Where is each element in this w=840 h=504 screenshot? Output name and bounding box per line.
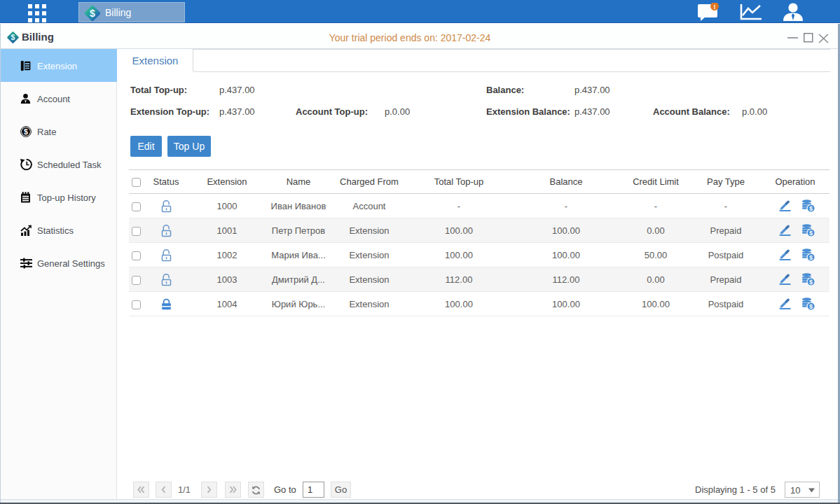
svg-text:$: $: [24, 127, 28, 135]
svg-text:$: $: [90, 8, 95, 19]
svg-text:!: !: [714, 4, 716, 10]
